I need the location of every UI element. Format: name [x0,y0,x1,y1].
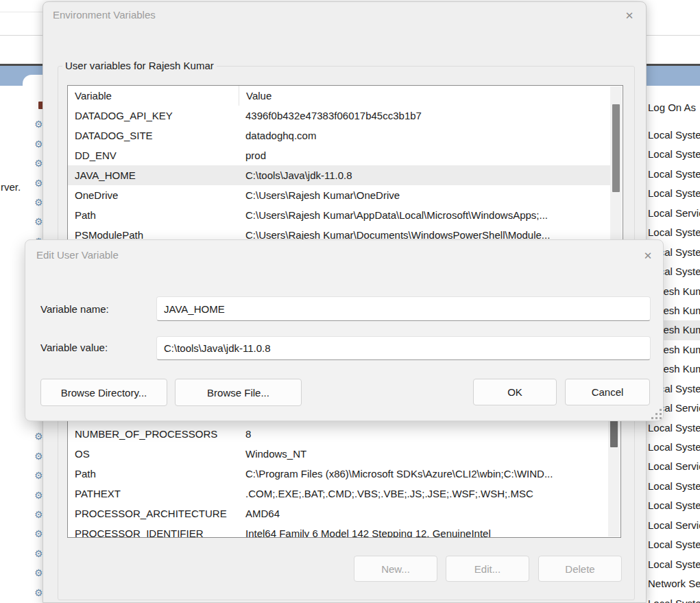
resize-grip[interactable] [651,408,663,421]
variable-name-cell: PROCESSOR_ARCHITECTURE [68,504,239,523]
system-variable-row[interactable]: Path C:\Program Files (x86)\Microsoft SD… [68,464,609,484]
browse-directory-button[interactable]: Browse Directory... [40,379,167,406]
service-gear-icon: ⚙ [34,510,43,519]
log-on-as-cell: Network Service [648,578,700,589]
edit-user-variable-dialog: Edit User Variable ✕ Variable name: Vari… [25,239,664,421]
menu-separator [0,12,43,12]
service-gear-icon: ⚙ [34,471,43,480]
env-variable-row[interactable]: JAVA_HOME C:\tools\Java\jdk-11.0.8 [68,165,611,185]
environment-variables-title: Environment Variables [53,9,156,21]
variable-name-cell: OneDrive [68,185,239,205]
log-on-as-cell: Local System [648,539,700,550]
env-variable-row[interactable]: DD_ENV prod [68,145,611,165]
column-header-variable[interactable]: Variable [68,86,239,106]
variable-name-cell: DD_ENV [68,145,239,165]
table-header: Variable Value [68,86,623,106]
services-row[interactable]: Local System [645,145,700,164]
variable-value-cell: C:\tools\Java\jdk-11.0.8 [239,165,611,185]
column-header-value[interactable]: Value [239,86,623,106]
variable-name-input[interactable] [156,296,651,321]
service-gear-icon: ⚙ [34,451,43,461]
screen: ⚙ ⚙ ⚙ ⚙ ⚙ ⚙ ⚙ ⚙ ⚙ ⚙ [0,0,700,603]
services-row[interactable]: Local System [645,477,700,496]
log-on-as-cell: Local System [648,598,700,603]
service-gear-icon: ⚙ [34,568,43,578]
edit-close-button[interactable]: ✕ [640,248,656,264]
services-row[interactable]: Local Service [645,516,700,535]
services-row[interactable]: Local Service [645,204,700,223]
env-close-button[interactable]: ✕ [621,8,638,24]
service-gear-icon: ⚙ [34,158,43,168]
system-variables-rows: NUMBER_OF_PROCESSORS 8 OS Windows_NT Pat… [68,424,609,538]
system-variable-row[interactable]: OS Windows_NT [68,444,609,464]
variable-name-cell: OS [68,444,239,464]
variable-value-label: Variable value: [40,342,108,353]
service-gear-icon: ⚙ [34,139,43,149]
variable-name-cell: Path [68,205,239,225]
services-row[interactable]: Local System [645,126,700,145]
user-variables-rows: DATADOG_API_KEY 4396f0b432e47383f06017b4… [68,106,611,245]
log-on-as-cell: Local System [648,129,700,141]
log-on-as-cell: Local System [648,480,700,492]
variable-value-cell: prod [239,145,611,165]
services-row[interactable]: Local System [645,535,700,554]
log-on-as-cell: Local Service [648,519,700,531]
variable-value-cell: C:\Users\Rajesh Kumar\OneDrive [239,185,611,205]
variable-name-cell: DATADOG_SITE [68,126,239,145]
system-variable-row[interactable]: PATHEXT .COM;.EXE;.BAT;.CMD;.VBS;.VBE;.J… [68,484,609,504]
pane-rounded-corner [23,75,43,86]
service-gear-icon: ⚙ [34,431,43,441]
variable-value-cell: datadoghq.com [239,126,611,145]
variable-value-cell: Windows_NT [239,444,609,464]
browse-file-button[interactable]: Browse File... [175,379,302,406]
services-row[interactable]: Local Service [645,457,700,476]
service-gear-icon: ⚙ [34,529,43,539]
variable-value-cell: 4396f0b432e47383f06017b45cc3b1b7 [239,106,611,126]
env-variable-row[interactable]: DATADOG_SITE datadoghq.com [68,126,611,145]
service-gear-icon: ⚙ [34,178,43,188]
system-variable-row[interactable]: PROCESSOR_ARCHITECTURE AMD64 [68,504,609,523]
service-gear-icon: ⚙ [34,490,43,500]
service-gear-icon: ⚙ [34,217,43,226]
variable-value-input[interactable] [156,336,651,360]
variable-name-cell: PATHEXT [68,484,239,504]
services-row[interactable]: Network Service [645,574,700,593]
services-row[interactable]: Local System [645,555,700,574]
cancel-button[interactable]: Cancel [565,379,650,405]
log-on-as-cell: Local Service [648,460,700,472]
delete-button[interactable]: Delete [538,556,622,582]
env-variable-row[interactable]: Path C:\Users\Rajesh Kumar\AppData\Local… [68,205,611,225]
service-gear-icon: ⚙ [34,119,43,129]
services-row[interactable]: Local System [645,165,700,184]
variable-value-cell: C:\Users\Rajesh Kumar\AppData\Local\Micr… [239,205,611,225]
log-on-as-cell: Local System [648,226,700,238]
ok-button[interactable]: OK [473,379,557,405]
variable-value-cell: Intel64 Family 6 Model 142 Stepping 12, … [239,523,609,538]
log-on-as-cell: Local Service [648,207,700,219]
variable-name-label: Variable name: [40,303,109,315]
variable-value-cell: 8 [239,424,609,444]
close-icon: ✕ [644,250,653,262]
new-button[interactable]: New... [354,556,437,582]
env-variable-row[interactable]: OneDrive C:\Users\Rajesh Kumar\OneDrive [68,185,611,205]
system-variable-row[interactable]: NUMBER_OF_PROCESSORS 8 [68,424,609,444]
system-variable-row[interactable]: PROCESSOR_IDENTIFIER Intel64 Family 6 Mo… [68,523,609,538]
log-on-as-cell: Local System [648,187,700,199]
services-row[interactable]: Local System [645,184,700,203]
service-gear-icon: ⚙ [34,549,43,558]
log-on-as-column-header[interactable]: Log On As [648,102,696,113]
variable-name-cell: PROCESSOR_IDENTIFIER [68,523,239,538]
variable-value-cell: AMD64 [239,504,609,523]
variable-value-cell: C:\Program Files (x86)\Microsoft SDKs\Az… [239,464,609,484]
services-row[interactable]: Local System [645,496,700,515]
log-on-as-cell: Local System [648,148,700,160]
user-table-scrollbar-thumb[interactable] [612,104,620,192]
edit-button[interactable]: Edit... [446,556,529,582]
services-row[interactable]: Local System [645,594,700,603]
service-description-fragment: rver. [1,181,21,193]
env-variable-row[interactable]: DATADOG_API_KEY 4396f0b432e47383f06017b4… [68,106,611,126]
edit-dialog-title: Edit User Variable [36,249,119,261]
services-row[interactable]: Local System [645,438,700,457]
log-on-as-cell: Local System [648,558,700,570]
service-gear-icon: ⚙ [34,588,43,598]
